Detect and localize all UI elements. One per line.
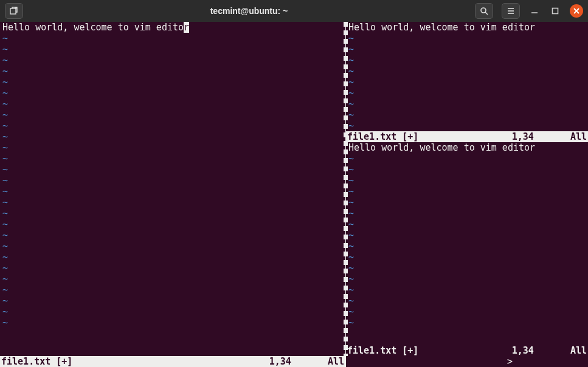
tilde-line: ~ (2, 219, 8, 230)
tilde-line: ~ (2, 55, 8, 66)
text-line: Hello world, welcome to vim editor (348, 142, 535, 153)
terminal-window: tecmint@ubuntu: ~ (0, 0, 588, 367)
tilde-line: ~ (2, 109, 8, 120)
text-line: Hello world, welcome to vim editor (348, 22, 535, 33)
tilde-line: ~ (348, 273, 354, 284)
hamburger-icon (507, 7, 515, 15)
editor-content-left[interactable]: Hello world, welcome to vim editor ~ ~ ~… (0, 22, 345, 356)
status-position: 1,34 (512, 345, 534, 356)
vim-pane-right: Hello world, welcome to vim editor ~ ~ ~… (346, 22, 588, 367)
tilde-line: ~ (2, 306, 8, 317)
new-tab-icon (10, 7, 18, 15)
vertical-split-divider[interactable] (345, 22, 346, 367)
tilde-line: ~ (2, 153, 8, 164)
svg-rect-7 (553, 9, 558, 14)
tilde-line: ~ (348, 77, 354, 87)
status-percent: All (570, 131, 587, 142)
menu-button[interactable] (502, 3, 520, 19)
statusbar-right-top: file1.txt [+] 1,34 All (346, 131, 588, 142)
window-title: tecmint@ubuntu: ~ (23, 6, 475, 16)
tilde-line: ~ (2, 66, 8, 77)
tilde-line: ~ (348, 306, 354, 317)
tilde-line: ~ (348, 295, 354, 306)
tilde-line: ~ (348, 98, 354, 109)
tilde-line: ~ (2, 33, 8, 44)
tilde-line: ~ (348, 186, 354, 197)
tilde-line: ~ (2, 197, 8, 208)
tilde-line: ~ (348, 87, 354, 98)
command-line[interactable]: > (346, 356, 588, 367)
tilde-line: ~ (2, 175, 8, 186)
tilde-line: ~ (348, 66, 354, 77)
tilde-line: ~ (2, 208, 8, 219)
tilde-line: ~ (348, 33, 354, 44)
search-icon (480, 7, 488, 15)
tilde-line: ~ (2, 98, 8, 109)
terminal-body[interactable]: Hello world, welcome to vim editor ~ ~ ~… (0, 22, 588, 367)
vim-pane-right-top[interactable]: Hello world, welcome to vim editor ~ ~ ~… (346, 22, 588, 142)
tilde-line: ~ (348, 230, 354, 241)
tilde-line: ~ (348, 317, 354, 328)
tilde-line: ~ (348, 262, 354, 273)
tilde-line: ~ (2, 77, 8, 87)
vim-pane-left[interactable]: Hello world, welcome to vim editor ~ ~ ~… (0, 22, 345, 367)
tilde-line: ~ (2, 164, 8, 175)
command-prompt: > (507, 356, 513, 367)
maximize-icon (552, 7, 559, 15)
svg-point-1 (481, 8, 486, 13)
status-percent: All (328, 356, 344, 367)
tilde-line: ~ (2, 230, 8, 241)
tilde-line: ~ (2, 131, 8, 142)
status-percent: All (570, 345, 587, 356)
tilde-line: ~ (348, 44, 354, 55)
text-line: Hello world, welcome to vim edito (2, 22, 184, 33)
tilde-line: ~ (2, 317, 8, 328)
minimize-button[interactable] (528, 7, 541, 15)
svg-line-2 (485, 12, 488, 15)
editor-content-right-top[interactable]: Hello world, welcome to vim editor ~ ~ ~… (346, 22, 588, 131)
tilde-line: ~ (348, 164, 354, 175)
statusbar-right-bottom: file1.txt [+] 1,34 All (346, 345, 588, 356)
tilde-line: ~ (348, 55, 354, 66)
tilde-line: ~ (348, 284, 354, 295)
new-tab-button[interactable] (5, 3, 23, 19)
maximize-button[interactable] (549, 7, 561, 15)
editor-content-right-bottom[interactable]: Hello world, welcome to vim editor ~ ~ ~… (346, 142, 588, 345)
tilde-line: ~ (348, 109, 354, 120)
tilde-line: ~ (348, 252, 354, 262)
cursor: r (184, 22, 189, 33)
tilde-line: ~ (348, 175, 354, 186)
statusbar-left: file1.txt [+] 1,34 All (0, 356, 345, 367)
tilde-line: ~ (2, 186, 8, 197)
status-filename: file1.txt [+] (1, 356, 72, 367)
svg-rect-0 (10, 9, 16, 14)
tilde-line: ~ (2, 284, 8, 295)
status-position: 1,34 (269, 356, 291, 367)
titlebar-right (475, 3, 583, 19)
tilde-line: ~ (2, 44, 8, 55)
tilde-line: ~ (2, 142, 8, 153)
search-button[interactable] (475, 3, 493, 19)
tilde-line: ~ (2, 87, 8, 98)
tilde-line: ~ (348, 197, 354, 208)
tilde-line: ~ (2, 295, 8, 306)
status-filename: file1.txt [+] (347, 131, 418, 142)
tilde-line: ~ (348, 120, 354, 131)
tilde-line: ~ (2, 120, 8, 131)
tilde-line: ~ (348, 241, 354, 252)
close-icon (573, 8, 579, 14)
vim-pane-right-bottom[interactable]: Hello world, welcome to vim editor ~ ~ ~… (346, 142, 588, 367)
tilde-line: ~ (2, 252, 8, 262)
tilde-line: ~ (348, 219, 354, 230)
status-filename: file1.txt [+] (347, 345, 418, 356)
tilde-line: ~ (348, 153, 354, 164)
tilde-line: ~ (348, 208, 354, 219)
tilde-line: ~ (2, 241, 8, 252)
titlebar-left (5, 3, 23, 19)
status-position: 1,34 (512, 131, 534, 142)
tilde-line: ~ (2, 273, 8, 284)
minimize-icon (531, 7, 538, 15)
tilde-line: ~ (2, 262, 8, 273)
titlebar: tecmint@ubuntu: ~ (0, 0, 588, 22)
close-button[interactable] (570, 4, 583, 18)
